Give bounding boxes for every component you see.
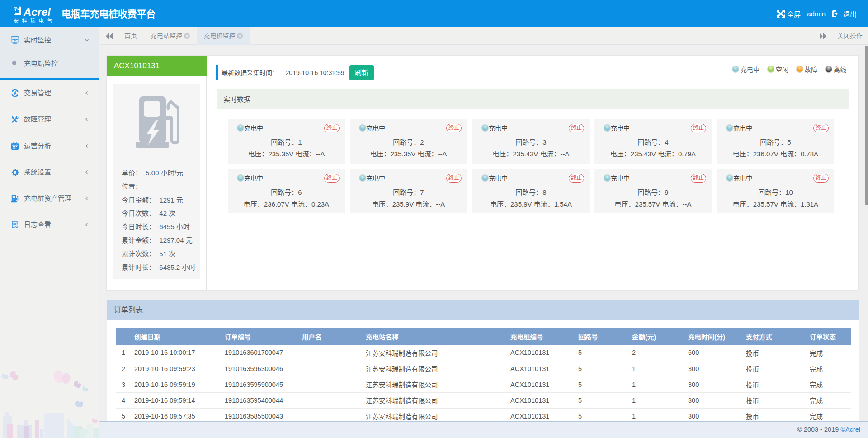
svg-text:¥: ¥ (14, 90, 16, 95)
